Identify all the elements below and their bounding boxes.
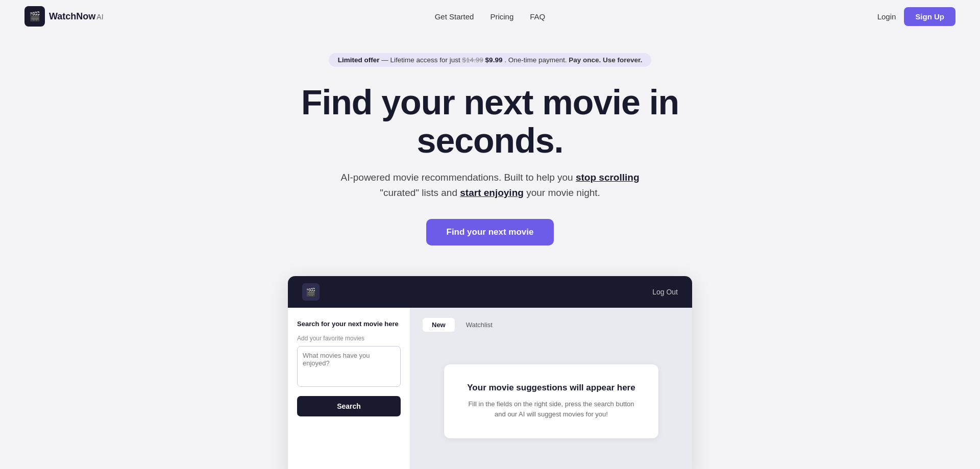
subtitle-start: start enjoying [460, 187, 524, 198]
offer-old-price: $14.99 [462, 56, 483, 64]
nav-link-faq[interactable]: FAQ [530, 12, 545, 21]
suggestions-placeholder: Your movie suggestions will appear here … [444, 364, 658, 439]
tab-new[interactable]: New [423, 318, 455, 332]
app-topbar: 🎬 Log Out [288, 276, 692, 308]
app-sidebar: Search for your next movie here Add your… [288, 308, 410, 469]
login-button[interactable]: Login [877, 12, 896, 21]
offer-banner: Limited offer — Lifetime access for just… [329, 53, 652, 67]
nav-link-pricing[interactable]: Pricing [490, 12, 513, 21]
suggestions-title: Your movie suggestions will appear here [464, 383, 638, 393]
subtitle-stop: stop scrolling [576, 172, 640, 183]
logo-icon: 🎬 [24, 6, 45, 27]
logo[interactable]: 🎬 WatchNowAI [24, 6, 104, 27]
search-button[interactable]: Search [297, 396, 401, 416]
app-content-area: Your movie suggestions will appear here … [423, 340, 680, 462]
offer-text2: . One-time payment. [504, 56, 567, 64]
hero-section: Limited offer — Lifetime access for just… [260, 33, 720, 276]
app-window: 🎬 Log Out Search for your next movie her… [288, 276, 692, 469]
input-label: Add your favorite movies [297, 335, 401, 342]
subtitle-part2: "curated" lists and [380, 187, 457, 198]
subtitle-part1: AI-powered movie recommendations. Built … [340, 172, 573, 183]
offer-bold: Pay once. Use forever. [569, 56, 642, 64]
subtitle-part3: your movie night. [526, 187, 600, 198]
sidebar-title: Search for your next movie here [297, 320, 401, 328]
offer-label: Limited offer [338, 56, 380, 64]
app-mockup: 🎬 Log Out Search for your next movie her… [276, 276, 704, 469]
hero-title: Find your next movie in seconds. [273, 83, 707, 160]
logout-button[interactable]: Log Out [652, 288, 678, 296]
tab-watchlist[interactable]: Watchlist [457, 318, 502, 332]
offer-text1: Lifetime access for just [390, 56, 460, 64]
offer-separator: — [381, 56, 388, 64]
app-topbar-logo: 🎬 [302, 283, 320, 301]
signup-button[interactable]: Sign Up [904, 7, 955, 26]
offer-new-price: $9.99 [485, 56, 503, 64]
cta-button[interactable]: Find your next movie [426, 219, 554, 245]
app-topbar-icon: 🎬 [302, 283, 320, 301]
navbar: 🎬 WatchNowAI Get Started Pricing FAQ Log… [0, 0, 980, 33]
nav-link-get-started[interactable]: Get Started [435, 12, 474, 21]
app-body: Search for your next movie here Add your… [288, 308, 692, 469]
hero-subtitle: AI-powered movie recommendations. Built … [273, 170, 707, 201]
logo-brand: WatchNowAI [49, 11, 104, 22]
nav-actions: Login Sign Up [877, 7, 955, 26]
app-main: New Watchlist Your movie suggestions wil… [410, 308, 692, 469]
movies-input[interactable] [297, 346, 401, 387]
suggestions-description: Fill in the fields on the right side, pr… [464, 399, 638, 421]
nav-links: Get Started Pricing FAQ [435, 12, 546, 21]
app-tabs: New Watchlist [423, 318, 680, 332]
